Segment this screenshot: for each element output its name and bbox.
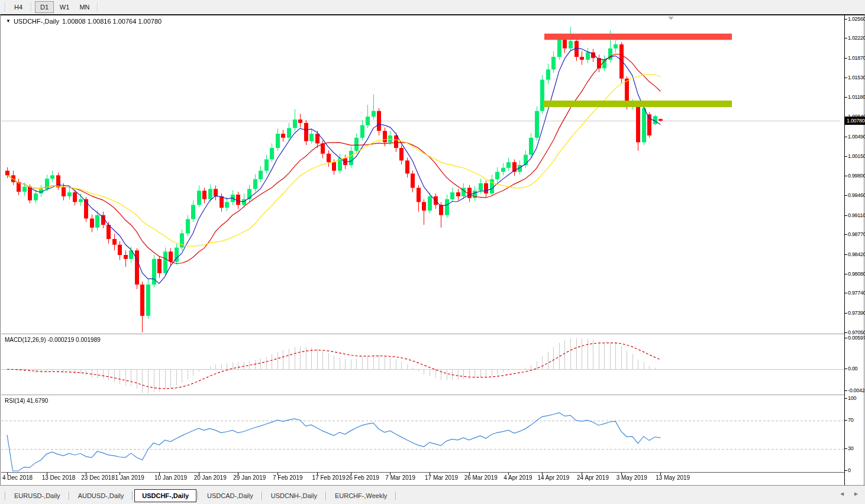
chart-symbol-label: USDCHF-,Daily bbox=[14, 18, 59, 25]
time-axis-label: 26 Mar 2019 bbox=[464, 474, 498, 481]
price-axis-label: 1.00150 bbox=[848, 153, 865, 159]
tab-separator bbox=[69, 492, 70, 500]
price-axis-label: 1.01870 bbox=[848, 55, 865, 61]
price-axis-label: 0.99460 bbox=[848, 192, 865, 198]
chart-tab-eurusd[interactable]: EURUSD-,Daily bbox=[7, 490, 67, 502]
price-axis-label: 0.98420 bbox=[848, 251, 865, 257]
time-axis-label: 23 Dec 2018 bbox=[81, 474, 115, 481]
rsi-indicator-label: RSI(14) 41.6790 bbox=[5, 398, 48, 404]
chart-tab-eurchf[interactable]: EURCHF-,Weekly bbox=[328, 490, 394, 502]
chart-tab-audusd[interactable]: AUDUSD-,Daily bbox=[71, 490, 131, 502]
rsi-axis-label: 0 bbox=[848, 467, 865, 473]
tab-separator bbox=[5, 492, 6, 500]
timeframe-button-w1[interactable]: W1 bbox=[55, 1, 74, 13]
tab-scroll-right-icon[interactable]: ► bbox=[853, 490, 859, 498]
time-axis-label: 26 Feb 2019 bbox=[346, 474, 379, 481]
time-axis-label: 3 May 2019 bbox=[617, 474, 647, 481]
time-axis-label: 7 Feb 2019 bbox=[273, 474, 303, 481]
rsi-axis-label: 70 bbox=[848, 417, 865, 423]
macd-pane-splitter[interactable] bbox=[1, 334, 844, 335]
toolbar-separator bbox=[5, 2, 6, 12]
rsi-pane-splitter[interactable] bbox=[1, 395, 844, 396]
chart-shift-marker-icon[interactable] bbox=[668, 17, 674, 20]
time-axis-label: 20 Jan 2019 bbox=[194, 474, 227, 481]
price-axis-label: 1.02560 bbox=[848, 16, 865, 22]
chart-tab-bar: EURUSD-,DailyAUDUSD-,DailyUSDCHF-,DailyU… bbox=[0, 486, 865, 504]
time-axis-label: 14 Apr 2019 bbox=[537, 474, 569, 481]
tab-separator bbox=[325, 492, 327, 500]
current-price-tag: 1.00780 bbox=[845, 117, 865, 125]
timeframe-button-mn[interactable]: MN bbox=[75, 1, 94, 13]
time-axis-label: 10 Jan 2019 bbox=[154, 474, 187, 481]
price-axis-label: 1.00490 bbox=[848, 134, 865, 140]
tab-separator bbox=[262, 492, 263, 500]
time-axis-label: 13 Dec 2018 bbox=[42, 474, 76, 481]
time-axis-label: 7 Mar 2019 bbox=[385, 474, 415, 481]
chart-tab-usdcnh[interactable]: USDCNH-,Daily bbox=[264, 490, 324, 502]
trading-terminal-window: H4D1W1MN ▼ USDCHF-,Daily 1.00808 1.00816… bbox=[0, 0, 865, 504]
rsi-axis-label: 100 bbox=[848, 395, 865, 401]
timeframe-toolbar: H4D1W1MN bbox=[0, 0, 865, 14]
macd-axis-label: -0.00424 bbox=[848, 387, 865, 393]
chart-dropdown-icon: ▼ bbox=[6, 19, 11, 24]
toolbar-separator bbox=[31, 2, 32, 12]
time-axis-label: 4 Dec 2018 bbox=[2, 474, 33, 481]
price-axis-label: 0.99110 bbox=[848, 212, 865, 218]
chart-title: ▼ USDCHF-,Daily 1.00808 1.00816 1.00764 … bbox=[6, 18, 162, 25]
chart-canvas[interactable] bbox=[1, 15, 844, 485]
price-axis-label: 0.98770 bbox=[848, 231, 865, 237]
rsi-axis-label: 30 bbox=[848, 445, 865, 451]
macd-indicator-label: MACD(12,26,9) -0.000219 0.001989 bbox=[5, 337, 101, 343]
macd-axis-label: 0.00 bbox=[848, 366, 865, 371]
time-axis-label: 29 Jan 2019 bbox=[233, 474, 266, 481]
price-axis-label: 1.01530 bbox=[848, 75, 865, 80]
chart-window-right-border bbox=[864, 14, 864, 485]
macd-axis-label: 0.00597 bbox=[848, 335, 865, 341]
price-axis-label: 0.97740 bbox=[848, 290, 865, 296]
time-axis-label: 17 Mar 2019 bbox=[425, 474, 458, 481]
tab-scroll-left-icon[interactable]: ◄ bbox=[839, 490, 845, 498]
tab-separator bbox=[198, 492, 199, 500]
time-axis-label: 4 Apr 2019 bbox=[503, 474, 532, 481]
time-axis-label: 17 Feb 2019 bbox=[312, 474, 346, 481]
price-axis-label: 0.99800 bbox=[848, 173, 865, 179]
time-axis-label: 1 Jan 2019 bbox=[115, 474, 144, 481]
tab-scroll-arrows: ◄ ► bbox=[839, 490, 859, 498]
chart-tab-usdcad[interactable]: USDCAD-,Daily bbox=[200, 490, 260, 502]
price-axis-separator bbox=[844, 15, 845, 485]
toolbar-separator bbox=[97, 2, 98, 12]
tab-separator bbox=[132, 492, 133, 500]
price-axis-label: 1.01180 bbox=[848, 94, 865, 100]
price-axis-label: 0.97390 bbox=[848, 310, 865, 316]
price-axis-label: 1.02220 bbox=[848, 35, 865, 41]
price-axis-label: 0.97050 bbox=[848, 329, 865, 335]
chart-tab-usdchf[interactable]: USDCHF-,Daily bbox=[134, 489, 196, 502]
time-axis-label: 24 Apr 2019 bbox=[577, 474, 609, 481]
timeframe-button-d1[interactable]: D1 bbox=[35, 1, 54, 13]
tab-separator bbox=[395, 492, 396, 500]
time-axis-label: 13 May 2019 bbox=[656, 474, 690, 481]
price-axis-label: 0.98080 bbox=[848, 271, 865, 277]
chart-ohlc-values: 1.00808 1.00816 1.00764 1.00780 bbox=[62, 18, 162, 25]
timeframe-button-h4[interactable]: H4 bbox=[9, 1, 28, 13]
